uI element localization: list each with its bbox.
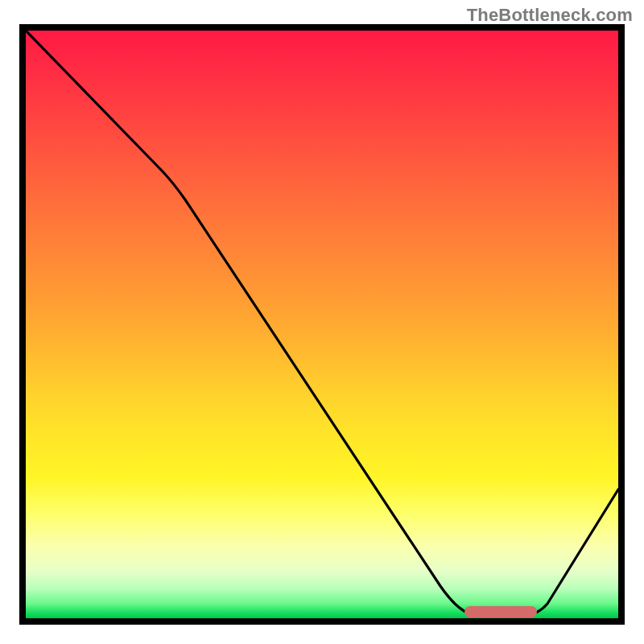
curve-layer [26, 31, 618, 618]
chart-container: TheBottleneck.com [0, 0, 644, 644]
plot-frame [19, 24, 625, 625]
bottleneck-curve [26, 31, 618, 615]
plot-area [26, 31, 618, 618]
watermark-text: TheBottleneck.com [467, 5, 633, 26]
optimal-range-marker [464, 606, 537, 617]
